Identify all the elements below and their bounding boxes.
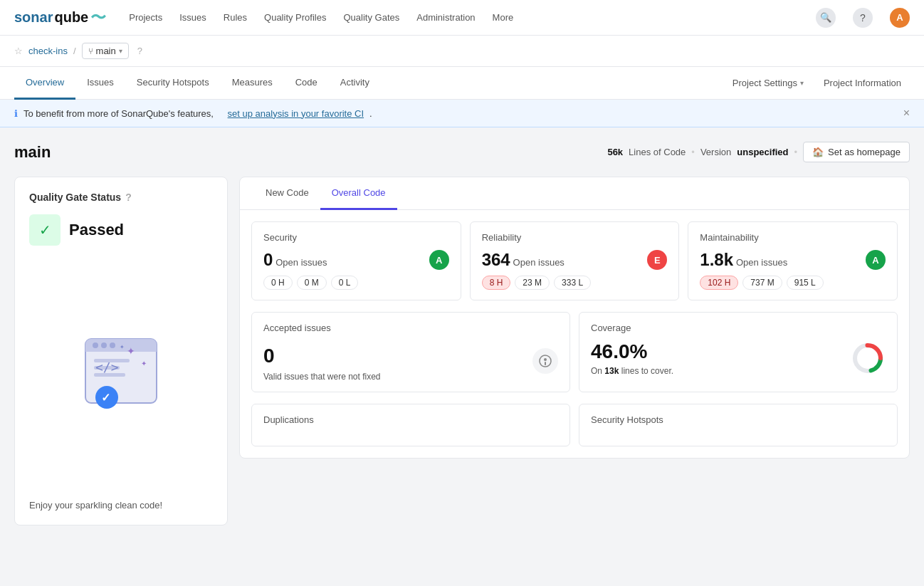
duplications-card[interactable]: Duplications xyxy=(251,404,570,446)
accepted-issues-row: 0 Valid issues that were not fixed xyxy=(263,340,558,382)
version-value: unspecified xyxy=(737,147,788,157)
coverage-card: Coverage 46.0% On 13k lines to cover. xyxy=(579,312,898,392)
logo-wave: 〜 xyxy=(90,7,106,28)
main-tabs: Overview Issues Security Hotspots Measur… xyxy=(14,67,724,99)
security-hotspots-card[interactable]: Security Hotspots xyxy=(579,404,898,446)
logo-sonar: sonar xyxy=(14,9,53,26)
quality-gate-passed-label: Passed xyxy=(69,221,124,239)
right-nav: Project Settings ▾ Project Information xyxy=(724,68,910,98)
nav-administration[interactable]: Administration xyxy=(416,9,475,26)
accepted-issues-sublabel: Valid issues that were not fixed xyxy=(263,372,381,382)
user-avatar[interactable]: A xyxy=(890,8,910,28)
branch-icon: ⑂ xyxy=(88,46,93,56)
maintainability-pill-h[interactable]: 102 H xyxy=(700,276,738,290)
tab-code[interactable]: Code xyxy=(284,67,329,100)
project-settings-menu[interactable]: Project Settings ▾ xyxy=(724,68,812,98)
loc-value: 56k xyxy=(607,147,623,157)
search-button[interactable]: 🔍 xyxy=(816,8,836,28)
project-header: main 56k Lines of Code • Version unspeci… xyxy=(14,142,910,162)
top-nav: sonarqube〜 Projects Issues Rules Quality… xyxy=(0,0,924,36)
security-badge[interactable]: A xyxy=(429,250,449,270)
tab-activity[interactable]: Activity xyxy=(329,67,381,100)
maintainability-label: Open issues xyxy=(736,257,787,268)
nav-projects[interactable]: Projects xyxy=(129,9,162,26)
coverage-donut xyxy=(850,340,886,376)
tab-security-hotspots[interactable]: Security Hotspots xyxy=(125,67,221,100)
settings-chevron-icon: ▾ xyxy=(800,79,804,87)
security-pill-m[interactable]: 0 M xyxy=(297,276,327,290)
reliability-value-row: 364 Open issues E xyxy=(482,250,668,270)
reliability-pill-h[interactable]: 8 H xyxy=(482,276,511,290)
version-label: Version xyxy=(700,147,731,157)
nav-more[interactable]: More xyxy=(493,9,514,26)
branch-chevron: ▾ xyxy=(119,47,122,55)
accepted-issues-icon xyxy=(532,348,558,374)
secondary-nav: Overview Issues Security Hotspots Measur… xyxy=(0,67,924,100)
right-panel: New Code Overall Code Security 0 Open is… xyxy=(239,177,910,459)
tab-measures[interactable]: Measures xyxy=(221,67,284,100)
banner-text: To benefit from more of SonarQube's feat… xyxy=(23,108,214,119)
logo-qube: qube xyxy=(54,9,88,26)
quality-gate-status: ✓ Passed xyxy=(29,214,124,246)
reliability-pill-m[interactable]: 23 M xyxy=(515,276,550,290)
nav-issues[interactable]: Issues xyxy=(179,9,206,26)
banner-link[interactable]: set up analysis in your favorite CI xyxy=(228,108,364,119)
logo: sonarqube〜 xyxy=(14,7,106,28)
nav-rules[interactable]: Rules xyxy=(224,9,247,26)
branch-selector[interactable]: ⑂ main ▾ xyxy=(82,43,129,59)
maintainability-pill-l[interactable]: 915 L xyxy=(787,276,824,290)
illustration-svg: </> ✦ ✦ ✦ ✓ xyxy=(64,318,178,431)
reliability-label: Open issues xyxy=(513,257,565,268)
coverage-row: 46.0% On 13k lines to cover. xyxy=(591,340,886,376)
breadcrumb-bar: ☆ check-ins / ⑂ main ▾ ? xyxy=(0,36,924,67)
banner-suffix: . xyxy=(369,108,372,119)
svg-text:✓: ✓ xyxy=(101,392,110,404)
maintainability-value-row: 1.8k Open issues A xyxy=(700,250,886,270)
branch-name: main xyxy=(96,46,116,56)
accepted-icon-svg xyxy=(538,354,552,368)
quality-gate-title: Quality Gate Status ? xyxy=(29,192,132,203)
metrics-grid: Security 0 Open issues A 0 H 0 M 0 L xyxy=(240,210,909,312)
home-icon: 🏠 xyxy=(812,147,824,157)
maintainability-pills: 102 H 737 M 915 L xyxy=(700,276,886,290)
security-label: Open issues xyxy=(275,257,327,268)
breadcrumb-project[interactable]: check-ins xyxy=(28,46,68,56)
help-button[interactable]: ? xyxy=(853,8,873,28)
maintainability-badge[interactable]: A xyxy=(866,250,886,270)
security-pill-l[interactable]: 0 L xyxy=(331,276,359,290)
section-bottom: Duplications Security Hotspots xyxy=(240,404,909,458)
quality-gate-card: Quality Gate Status ? ✓ Passed xyxy=(14,177,228,525)
nav-quality-profiles[interactable]: Quality Profiles xyxy=(264,9,326,26)
coverage-lines: 13k xyxy=(604,366,619,376)
banner-close-button[interactable]: × xyxy=(903,107,910,120)
coverage-sublabel: On 13k lines to cover. xyxy=(591,366,673,376)
security-value: 0 xyxy=(263,250,273,269)
tab-overall-code[interactable]: Overall Code xyxy=(320,177,397,210)
cards-row: Quality Gate Status ? ✓ Passed xyxy=(14,177,910,525)
maintainability-pill-m[interactable]: 737 M xyxy=(742,276,782,290)
main-content: main 56k Lines of Code • Version unspeci… xyxy=(0,127,924,540)
tab-new-code[interactable]: New Code xyxy=(254,177,320,210)
svg-point-5 xyxy=(110,342,115,348)
nav-quality-gates[interactable]: Quality Gates xyxy=(343,9,399,26)
svg-text:</>: </> xyxy=(95,360,119,375)
quality-gate-check-icon: ✓ xyxy=(29,214,61,246)
tab-issues[interactable]: Issues xyxy=(75,67,125,100)
tab-overview[interactable]: Overview xyxy=(14,67,75,100)
info-banner: ℹ To benefit from more of SonarQube's fe… xyxy=(0,100,924,127)
reliability-value: 364 xyxy=(482,250,510,269)
reliability-pill-l[interactable]: 333 L xyxy=(554,276,591,290)
branch-help-icon[interactable]: ? xyxy=(137,46,142,56)
quality-gate-help-icon[interactable]: ? xyxy=(125,192,132,203)
favorite-star[interactable]: ☆ xyxy=(14,46,23,56)
security-pill-h[interactable]: 0 H xyxy=(263,276,293,290)
homepage-btn-label: Set as homepage xyxy=(828,147,901,157)
accepted-issues-card: Accepted issues 0 Valid issues that were… xyxy=(251,312,570,392)
reliability-card: Reliability 364 Open issues E 8 H 23 M 3… xyxy=(470,221,680,300)
project-information-button[interactable]: Project Information xyxy=(815,68,910,98)
coverage-value: 46.0% xyxy=(591,340,673,363)
svg-point-3 xyxy=(93,342,98,348)
coverage-title: Coverage xyxy=(591,323,886,333)
set-homepage-button[interactable]: 🏠 Set as homepage xyxy=(803,142,910,162)
reliability-badge[interactable]: E xyxy=(647,250,667,270)
